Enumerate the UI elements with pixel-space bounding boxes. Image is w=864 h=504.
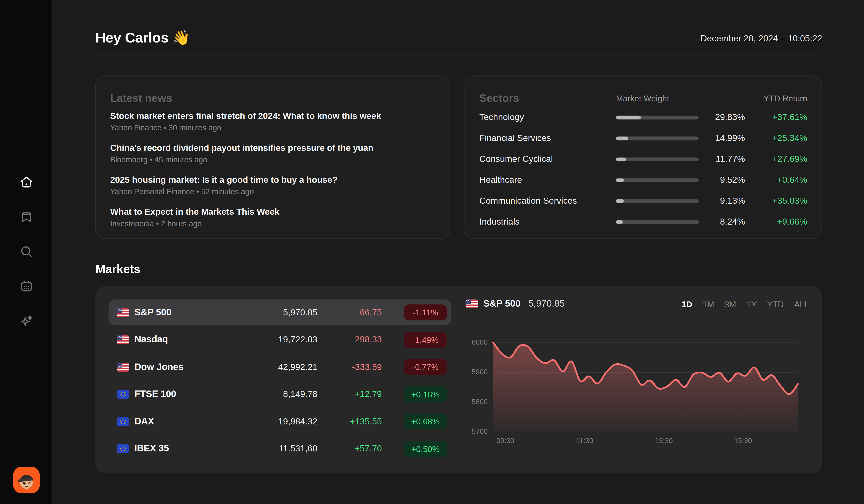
market-row-sp500[interactable]: S&P 500 5,970.85 -66,75 -1.11%: [108, 299, 451, 325]
sector-name: Technology: [479, 112, 616, 122]
y-axis-tick: 5700: [466, 427, 488, 437]
home-icon: [19, 175, 33, 189]
plot-box: 09:30 11:30 13:30 15:30: [493, 342, 798, 432]
sectors-header: Sectors Market Weight YTD Return: [479, 91, 807, 105]
sector-ytd: +27.69%: [745, 154, 807, 164]
y-axis-tick: 6000: [466, 337, 488, 347]
top-cards: Latest news Stock market enters final st…: [95, 75, 822, 239]
price-chart: S&P 500 5,970.85 1D 1M 3M 1Y YTD ALL 600…: [466, 286, 809, 474]
market-weight-column-label: Market Weight: [616, 93, 745, 103]
sidebar-item-search[interactable]: [19, 244, 33, 259]
wave-emoji: 👋: [172, 29, 190, 46]
news-item[interactable]: Stock market enters final stretch of 202…: [110, 110, 435, 133]
range-1m[interactable]: 1M: [703, 299, 714, 309]
x-axis-tick: 15:30: [734, 436, 752, 446]
index-name: DAX: [134, 416, 235, 427]
index-value: 8,149.78: [235, 389, 317, 399]
news-headline: 2025 housing market: Is it a good time t…: [110, 174, 435, 186]
weight-bar: [616, 220, 699, 224]
y-axis-tick: 5900: [466, 367, 488, 377]
sector-weight: 8.24%: [699, 217, 745, 227]
market-row-ftse100[interactable]: FTSE 100 8,149.78 +12.79 +0.16%: [108, 381, 451, 407]
markets-list: S&P 500 5,970.85 -66,75 -1.11% Nasdaq 19…: [108, 299, 451, 463]
chart-header: S&P 500 5,970.85 1D 1M 3M 1Y YTD ALL: [466, 298, 809, 309]
sectors-rows: Technology 29.83% +37.61% Financial Serv…: [479, 111, 807, 228]
news-list: Stock market enters final stretch of 202…: [110, 110, 435, 229]
index-value: 19,984.32: [235, 417, 317, 427]
index-change-pct-badge: +0.50%: [404, 441, 447, 457]
page-title: Hey Carlos 👋: [95, 27, 190, 47]
us-flag-icon: [117, 335, 129, 344]
range-all[interactable]: ALL: [794, 299, 809, 309]
index-change: +12.79: [317, 389, 382, 399]
range-1y[interactable]: 1Y: [746, 299, 757, 309]
chart-area-fill: [493, 342, 798, 432]
index-value: 19,722.03: [235, 335, 317, 345]
us-flag-icon: [466, 299, 478, 308]
index-change: -66,75: [317, 308, 382, 317]
sectors-card-title: Sectors: [479, 91, 616, 105]
index-change: -333.59: [317, 362, 382, 372]
news-item[interactable]: China's record dividend payout intensifi…: [110, 142, 435, 165]
sectors-card: Sectors Market Weight YTD Return Technol…: [464, 75, 822, 239]
us-flag-icon: [117, 308, 129, 317]
sector-name: Financial Services: [479, 133, 616, 143]
market-row-dax[interactable]: DAX 19,984.32 +135.55 +0.68%: [108, 408, 451, 434]
index-change-pct-badge: +0.68%: [404, 414, 447, 429]
news-headline: Stock market enters final stretch of 202…: [110, 110, 435, 122]
us-flag-icon: [117, 362, 129, 371]
sidebar-item-bookmarks[interactable]: [19, 210, 33, 224]
weight-bar: [616, 178, 699, 182]
news-meta: Bloomberg • 45 minutes ago: [110, 154, 435, 165]
sector-row: Communication Services 9.13% +35.03%: [479, 195, 807, 207]
market-row-dowjones[interactable]: Dow Jones 42,992.21 -333.59 -0.77%: [108, 354, 451, 380]
index-value: 5,970.85: [235, 308, 317, 317]
sidebar-item-home[interactable]: [19, 175, 33, 189]
market-row-ibex35[interactable]: IBEX 35 11.531,60 +57.70 +0.50%: [108, 436, 451, 462]
range-selector: 1D 1M 3M 1Y YTD ALL: [682, 299, 809, 309]
index-name: Nasdaq: [134, 334, 235, 345]
sector-row: Financial Services 14.99% +25.34%: [479, 132, 807, 144]
eu-flag-icon: [117, 417, 129, 426]
sector-ytd: +9.66%: [745, 217, 807, 227]
sector-weight: 11.77%: [699, 154, 745, 164]
ytd-return-column-label: YTD Return: [745, 93, 807, 103]
news-headline: China's record dividend payout intensifi…: [110, 142, 435, 154]
sidebar-item-calendar[interactable]: [19, 279, 33, 294]
chart-symbol: S&P 500: [483, 298, 521, 309]
markets-section-title: Markets: [95, 261, 822, 278]
user-avatar[interactable]: [13, 467, 40, 493]
weight-bar: [616, 199, 699, 203]
dashboard: Hey Carlos 👋 December 28, 2024 – 10:05:2…: [0, 0, 864, 504]
sector-weight: 29.83%: [699, 112, 745, 122]
gridline: [493, 432, 798, 432]
news-item[interactable]: 2025 housing market: Is it a good time t…: [110, 174, 435, 197]
weight-bar: [616, 136, 699, 140]
index-name: S&P 500: [134, 307, 235, 318]
latest-news-card: Latest news Stock market enters final st…: [95, 75, 450, 239]
sector-ytd: +0.64%: [745, 175, 807, 185]
bookmark-icon: [19, 210, 33, 224]
index-change-pct-badge: -1.11%: [404, 304, 447, 320]
sector-row: Industrials 8.24% +9.66%: [479, 216, 807, 228]
weight-bar: [616, 157, 699, 161]
market-row-nasdaq[interactable]: Nasdaq 19,722.03 -298,33 -1.49%: [108, 327, 451, 353]
sector-row: Healthcare 9.52% +0.64%: [479, 174, 807, 186]
markets-panel: S&P 500 5,970.85 -66,75 -1.11% Nasdaq 19…: [95, 286, 822, 474]
sidebar-nav: [19, 175, 33, 328]
sector-ytd: +25.34%: [745, 133, 807, 143]
sector-name: Industrials: [479, 217, 616, 227]
eu-flag-icon: [117, 390, 129, 398]
index-change: -298,33: [317, 335, 382, 345]
y-axis-tick: 5800: [466, 397, 488, 407]
header-divider: [95, 54, 822, 54]
news-item[interactable]: What to Expect in the Markets This Week …: [110, 206, 435, 229]
range-1d[interactable]: 1D: [682, 299, 692, 309]
sidebar-item-assistant[interactable]: [19, 314, 33, 328]
index-change-pct-badge: -1.49%: [404, 332, 447, 348]
range-ytd[interactable]: YTD: [767, 299, 784, 309]
sector-row: Technology 29.83% +37.61%: [479, 111, 807, 123]
range-3m[interactable]: 3M: [725, 299, 736, 309]
news-meta: Investopedia • 2 hours ago: [110, 218, 435, 229]
index-change: +57.70: [317, 444, 382, 454]
